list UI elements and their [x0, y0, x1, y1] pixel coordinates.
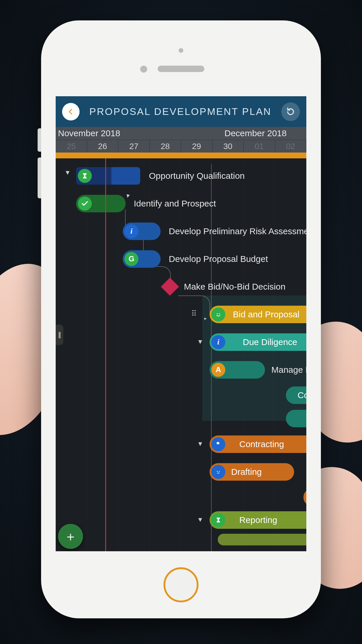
flag-icon	[211, 437, 225, 451]
task-label: Identify and Prospect	[134, 199, 216, 209]
svg-point-3	[219, 471, 220, 472]
caret-icon: ▾	[125, 192, 130, 200]
status-letter-g-icon: G	[124, 252, 138, 266]
phone-sensor	[179, 48, 183, 53]
task-row	[56, 486, 306, 506]
refresh-icon	[286, 107, 296, 117]
svg-point-0	[217, 313, 217, 314]
task-row[interactable]: Co	[56, 384, 306, 407]
day-cell[interactable]: 29	[181, 140, 212, 153]
day-cell[interactable]: 02	[275, 140, 307, 153]
date-ruler[interactable]: November 2018 December 2018 25 26 27 28 …	[56, 127, 306, 153]
day-cell[interactable]: 25	[56, 140, 87, 153]
task-row[interactable]: Make Bid/No-Bid Decision	[56, 273, 306, 300]
task-label: Drafting	[231, 467, 262, 477]
task-bar[interactable]: G	[123, 250, 161, 268]
day-cell[interactable]: 26	[87, 140, 119, 153]
app-header: PROPOSAL DEVELOPMENT PLAN	[56, 96, 306, 127]
back-button[interactable]	[62, 103, 80, 120]
task-bar[interactable]: i Due Diligence	[210, 333, 306, 351]
plus-icon: ＋	[64, 530, 77, 543]
task-bar[interactable]	[286, 410, 306, 427]
day-cell[interactable]: 30	[212, 140, 244, 153]
org-chart-icon: ⠿	[191, 309, 197, 318]
task-bar[interactable]: i	[123, 223, 161, 240]
task-label: Contracting	[239, 439, 284, 449]
task-bar[interactable]: A	[210, 361, 265, 379]
task-bar[interactable]	[76, 195, 126, 212]
day-cell[interactable]: 28	[150, 140, 181, 153]
task-row[interactable]: i Develop Preliminary Risk Assessment	[56, 217, 306, 245]
task-row[interactable]	[56, 407, 306, 430]
app-screen: PROPOSAL DEVELOPMENT PLAN November 2018 …	[56, 96, 306, 551]
svg-point-2	[217, 471, 218, 472]
neutral-face-icon	[211, 465, 225, 479]
task-row[interactable]: ▾ Identify and Prospect	[56, 190, 306, 217]
day-cell[interactable]: 01	[244, 140, 275, 153]
svg-point-1	[219, 313, 220, 314]
task-row[interactable]: G Develop Proposal Budget	[56, 245, 306, 273]
phone-body: PROPOSAL DEVELOPMENT PLAN November 2018 …	[41, 20, 321, 618]
month-label-left: November 2018	[56, 128, 223, 138]
info-icon: i	[124, 224, 138, 238]
task-label: Co	[298, 390, 306, 400]
caret-down-icon[interactable]: ▼	[197, 338, 203, 346]
task-row[interactable]: ▼ i Due Diligence	[56, 328, 306, 356]
task-label: Reporting	[239, 515, 277, 525]
task-label: Develop Preliminary Risk Assessment	[169, 226, 306, 236]
task-label: Opportunity Qualification	[149, 171, 245, 181]
hourglass-icon	[78, 169, 92, 183]
hourglass-icon	[211, 513, 225, 527]
task-row[interactable]	[56, 534, 306, 545]
day-row: 25 26 27 28 29 30 01 02	[56, 140, 306, 153]
task-bar[interactable]	[218, 534, 306, 545]
task-row[interactable]: ⠿ ▸ Bid and Proposal	[56, 300, 306, 328]
gantt-area[interactable]: ‖ ▼ Opportunity Qualification	[56, 158, 306, 551]
chevron-left-icon	[67, 108, 74, 115]
page-title: PROPOSAL DEVELOPMENT PLAN	[85, 106, 275, 117]
caret-down-icon[interactable]: ▼	[197, 516, 203, 524]
task-row[interactable]: ▼ Reporting	[56, 506, 306, 534]
task-row[interactable]: Drafting	[56, 458, 306, 486]
day-cell[interactable]: 27	[118, 140, 150, 153]
task-label: Make Bid/No-Bid Decision	[184, 282, 285, 292]
svg-rect-4	[217, 473, 219, 473]
task-row[interactable]: ▼ Opportunity Qualification	[56, 162, 306, 190]
task-label: Bid and Proposal	[233, 309, 300, 319]
task-row[interactable]: A Manage Due Dilig	[56, 356, 306, 384]
phone-home-button[interactable]	[164, 567, 198, 602]
task-label: Manage Due Dilig	[271, 365, 306, 375]
phone-camera	[140, 66, 147, 73]
status-letter-a-icon: A	[211, 363, 225, 377]
task-label: Develop Proposal Budget	[169, 254, 268, 264]
task-bar[interactable]: Bid and Proposal	[210, 306, 306, 323]
phone-speaker	[158, 66, 204, 72]
task-label: Due Diligence	[243, 337, 297, 347]
task-bar[interactable]: Reporting	[210, 511, 306, 529]
today-marker	[105, 158, 106, 551]
task-row[interactable]: ▼ Contracting	[56, 430, 306, 458]
info-icon: i	[211, 335, 225, 349]
caret-down-icon[interactable]: ▼	[64, 169, 71, 176]
task-bar[interactable]	[76, 167, 140, 185]
task-bar[interactable]: Co	[286, 386, 306, 404]
add-button[interactable]: ＋	[58, 524, 83, 549]
refresh-button[interactable]	[281, 102, 300, 121]
task-bar[interactable]: Contracting	[210, 435, 306, 453]
check-icon	[78, 197, 92, 211]
milestone-diamond[interactable]	[161, 278, 179, 296]
timeline-summary-bar	[56, 153, 306, 158]
caret-down-icon[interactable]: ▼	[197, 440, 203, 448]
smile-icon	[211, 307, 225, 321]
link-arrow-icon: ▸	[204, 316, 207, 321]
task-bar[interactable]: Drafting	[210, 463, 294, 481]
month-label-right: December 2018	[223, 128, 306, 138]
